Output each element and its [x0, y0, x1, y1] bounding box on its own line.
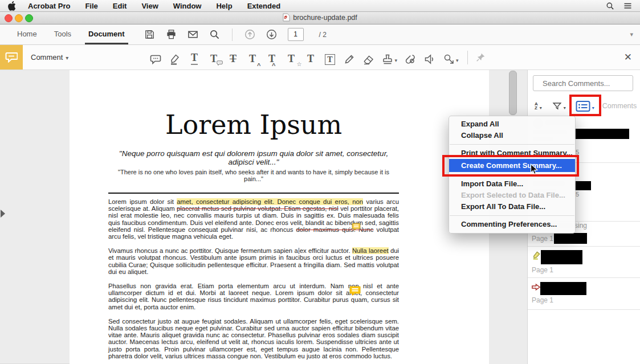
chevron-down-icon: ▾: [394, 58, 397, 63]
tab-tools[interactable]: Tools: [54, 24, 71, 44]
menu-item-import-data-file[interactable]: Import Data File...: [449, 178, 575, 190]
comments-count-label: Comments: [602, 102, 637, 110]
keep-tool-selected-pin-icon[interactable]: [476, 52, 486, 62]
document-scrollbar-thumb[interactable]: [509, 71, 517, 115]
comment-page-label: Page 1: [532, 296, 553, 304]
menu-item-export-all-to-data-file[interactable]: Export All To Data File...: [449, 201, 575, 212]
menu-separator: [450, 144, 574, 145]
print-icon[interactable]: [166, 29, 177, 40]
sort-comments-button[interactable]: AZ ▾: [535, 102, 542, 111]
app-menu-name[interactable]: Acrobat Pro: [28, 2, 70, 10]
toolbar-overflow-chevron[interactable]: ▾: [630, 31, 633, 38]
redaction-bar: [540, 282, 586, 295]
arrow-right-icon: [531, 283, 541, 292]
stamp-tool[interactable]: ▾: [382, 50, 397, 65]
menu-item-expand-all[interactable]: Expand All: [449, 118, 575, 130]
mouse-cursor: [530, 163, 538, 175]
redaction-bar: [574, 129, 629, 139]
redaction-bar: [554, 233, 587, 244]
drawing-tools[interactable]: ▾: [443, 50, 459, 65]
email-icon[interactable]: [187, 29, 198, 40]
chevron-down-icon: ▾: [66, 55, 68, 61]
window-titlebar: brochure-update.pdf: [0, 11, 640, 24]
attach-file-tool[interactable]: [405, 50, 417, 65]
comment-page-label: Page 1: [532, 235, 553, 243]
page-total-label: / 2: [319, 31, 327, 39]
comment-reply-count: 5: [576, 191, 579, 198]
previous-page-icon[interactable]: [244, 29, 255, 40]
annotation-tools: TTTT^T^T☆TT▾▾: [149, 50, 458, 65]
close-comment-toolbar-button[interactable]: ✕: [624, 51, 632, 63]
menu-separator: [450, 215, 574, 216]
highlight-text-segment: Nulla laoreet: [352, 247, 389, 254]
toolbar-divider: [232, 28, 233, 41]
annotation-highlight-box-options-icon: [569, 95, 601, 116]
text-segment: Vivamus rhoncus a nunc ac porttitor. Qui…: [108, 247, 298, 254]
next-page-icon[interactable]: [266, 29, 277, 40]
highlight-text-tool[interactable]: [169, 50, 181, 65]
replace-text-tool[interactable]: T^: [266, 50, 278, 65]
insert-text-tool[interactable]: T^: [246, 50, 258, 65]
tab-home[interactable]: Home: [17, 24, 37, 44]
sticky-note-tool[interactable]: [149, 50, 161, 65]
document-left-margin: [0, 69, 70, 364]
tab-document[interactable]: Document: [88, 24, 125, 44]
navigation-pane-expand-arrow[interactable]: [1, 210, 5, 218]
document-title: Lorem Ipsum: [108, 109, 399, 140]
sticky-note-annotation-icon[interactable]: [352, 223, 361, 231]
annotation-highlight-box-menu-item: [442, 155, 579, 177]
menu-view[interactable]: View: [141, 2, 158, 10]
sticky-note-annotation-icon[interactable]: [349, 286, 361, 296]
paragraph: Sed consectetur justo at augue feugiat s…: [108, 318, 399, 359]
macos-menubar: Acrobat Pro File Edit View Window Help E…: [0, 0, 640, 12]
menu-item-collapse-all[interactable]: Collapse All: [449, 130, 575, 141]
document-rule: [108, 193, 399, 194]
search-comments-input[interactable]: [533, 75, 633, 91]
comment-separator: [528, 309, 640, 310]
comment-toolbar: Comment▾ TTTT^T^T☆TT▾▾ ✕: [0, 45, 640, 70]
document-quote-secondary: "There is no one who loves pain itself, …: [108, 169, 399, 182]
menu-extended[interactable]: Extended: [247, 2, 281, 10]
pencil-tool[interactable]: [343, 50, 355, 65]
highlighter-icon: [532, 251, 541, 260]
spotlight-search-icon[interactable]: [606, 2, 614, 10]
filter-comments-icon[interactable]: [552, 101, 562, 111]
comment-mode-label[interactable]: Comment▾: [31, 53, 68, 62]
chevron-down-icon: ▾: [540, 105, 542, 111]
comment-separator: [528, 246, 640, 247]
pdf-document-icon: [283, 13, 290, 22]
apple-menu-icon[interactable]: [8, 1, 17, 11]
comment-page-label: Page 1: [532, 266, 553, 274]
comment-panel-tab[interactable]: [0, 45, 23, 69]
text-segment: Sed consectetur justo at augue feugiat s…: [108, 318, 399, 359]
comment-separator: [528, 277, 640, 278]
sort-az-icon: AZ: [535, 102, 538, 110]
add-text-comment-tool[interactable]: T: [304, 50, 316, 65]
menu-edit[interactable]: Edit: [113, 2, 127, 10]
text-box-tool[interactable]: T: [324, 50, 336, 65]
paragraph: Lorem ipsum dolor sit amet, consectetur …: [108, 198, 399, 240]
highlight-text-segment: amet, consectetur adipiscing elit. Donec…: [177, 198, 363, 205]
menu-help[interactable]: Help: [216, 2, 232, 10]
eraser-tool[interactable]: [362, 50, 374, 65]
notification-center-icon[interactable]: [623, 2, 632, 10]
window-title: brochure-update.pdf: [0, 13, 640, 22]
redaction-bar: [574, 181, 591, 190]
record-audio-tool[interactable]: [424, 50, 436, 65]
underline-text-tool[interactable]: T: [188, 50, 200, 65]
pdf-page: Lorem Ipsum "Neque porro quisquam est qu…: [70, 69, 489, 364]
text-correction-tool[interactable]: T☆: [285, 50, 297, 65]
chevron-down-icon: ▾: [456, 58, 459, 63]
text-segment: ex efficitur auctor.: [300, 247, 352, 254]
menu-window[interactable]: Window: [173, 2, 202, 10]
menu-item-commenting-preferences[interactable]: Commenting Preferences...: [449, 219, 575, 230]
page-number-input[interactable]: 1: [288, 28, 304, 41]
caret-text-segment: [299, 248, 299, 254]
strikethrough-text-tool[interactable]: T: [227, 50, 239, 65]
save-icon[interactable]: [144, 29, 155, 40]
menu-file[interactable]: File: [85, 2, 97, 10]
search-icon[interactable]: [209, 29, 220, 40]
menu-item-export-selected-to-data-file: Export Selected to Data File...: [449, 190, 575, 201]
app-window: Acrobat Pro File Edit View Window Help E…: [0, 0, 640, 364]
add-note-to-text-tool[interactable]: T: [207, 50, 219, 65]
